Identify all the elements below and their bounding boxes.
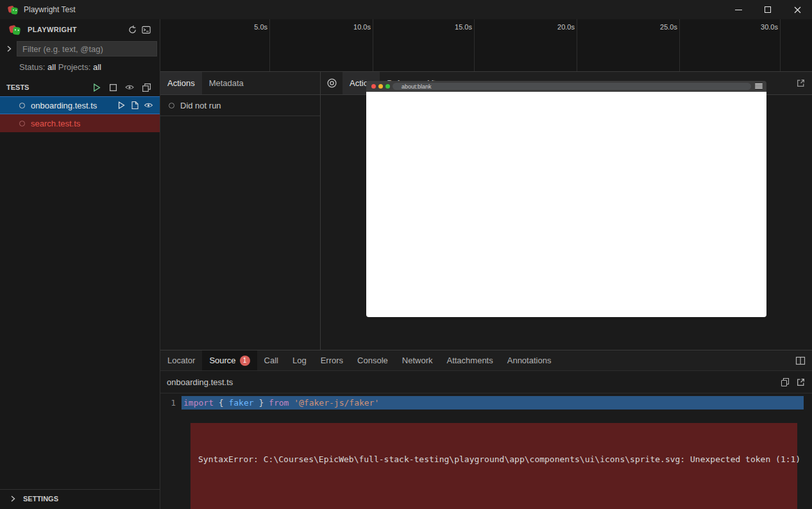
- pick-locator-button[interactable]: [321, 72, 343, 94]
- timeline-gridline: 5.0s: [269, 19, 270, 71]
- timeline-tick-label: 30.0s: [761, 23, 778, 31]
- watch-all-button[interactable]: [123, 80, 137, 94]
- settings-section[interactable]: SETTINGS: [0, 489, 160, 507]
- sidebar-title: PLAYWRIGHT: [28, 26, 125, 33]
- timeline-gridline: 15.0s: [474, 19, 475, 71]
- tab-label: Console: [357, 356, 388, 365]
- minimize-icon: [735, 10, 742, 10]
- test-status-icon: [19, 103, 25, 108]
- tab-console[interactable]: Console: [350, 350, 395, 370]
- eye-icon: [124, 83, 135, 92]
- tab-metadata[interactable]: Metadata: [202, 72, 251, 94]
- tab-network[interactable]: Network: [395, 350, 440, 370]
- page-url: about:blank: [402, 83, 432, 90]
- error-squiggle: [183, 411, 502, 418]
- copy-icon: [781, 377, 790, 387]
- tab-label: Log: [292, 356, 307, 365]
- tab-log[interactable]: Log: [285, 350, 314, 370]
- snapshot-panel: Action Before After: [321, 72, 812, 350]
- projects-label: Projects:: [58, 62, 91, 72]
- traffic-light-yellow-icon: [378, 84, 383, 89]
- tab-label: Source: [209, 356, 235, 365]
- chevron-right-icon[interactable]: [5, 45, 13, 53]
- chevron-right-icon: [9, 495, 17, 503]
- collapse-all-button[interactable]: [139, 80, 153, 94]
- tab-locator[interactable]: Locator: [160, 350, 202, 370]
- actions-panel: Actions Metadata Did not run: [160, 72, 321, 350]
- toggle-split-view-button[interactable]: [795, 356, 806, 365]
- line-number: 1: [160, 398, 182, 408]
- tab-errors[interactable]: Errors: [314, 350, 350, 370]
- source-viewer[interactable]: 1 import { faker } from '@faker-js/faker…: [160, 393, 812, 509]
- tab-label: Call: [264, 356, 278, 365]
- test-file-name: onboarding.test.ts: [31, 101, 117, 110]
- details-tabstrip: Locator Source 1 Call Log Errors Console…: [160, 350, 812, 371]
- show-terminal-button[interactable]: [139, 22, 153, 37]
- tab-label: Errors: [321, 356, 343, 365]
- open-source-external-button[interactable]: [796, 377, 806, 387]
- error-squiggle-row: [183, 410, 812, 418]
- sidebar: PLAYWRIGHT Status:: [0, 19, 160, 509]
- tab-call[interactable]: Call: [257, 350, 285, 370]
- run-test-button[interactable]: [117, 101, 126, 110]
- menu-icon: [755, 83, 763, 89]
- tab-label: Actions: [167, 78, 195, 88]
- timeline-gridline: 10.0s: [373, 19, 373, 71]
- maximize-button[interactable]: [753, 0, 782, 19]
- source-file-name: onboarding.test.ts: [167, 377, 233, 387]
- blank-line: [198, 488, 788, 500]
- page-snapshot: about:blank: [366, 81, 766, 317]
- address-bar: about:blank: [393, 83, 751, 90]
- minimize-button[interactable]: [723, 0, 753, 19]
- close-button[interactable]: [782, 0, 812, 19]
- reload-tests-button[interactable]: [125, 22, 139, 37]
- watch-test-button[interactable]: [144, 101, 153, 110]
- playwright-logo-icon: [8, 5, 19, 15]
- filter-row: [0, 40, 160, 58]
- open-snapshot-external-button[interactable]: [796, 78, 806, 88]
- timeline-gridline: 30.0s: [780, 19, 781, 71]
- run-all-button[interactable]: [89, 80, 103, 94]
- tab-label: Network: [402, 356, 433, 365]
- target-icon: [326, 78, 337, 89]
- stop-button[interactable]: [106, 80, 120, 94]
- tab-annotations[interactable]: Annotations: [500, 350, 559, 370]
- action-list-item-did-not-run[interactable]: Did not run: [160, 95, 320, 116]
- settings-title: SETTINGS: [23, 495, 58, 503]
- status-value: all: [47, 62, 56, 72]
- maximize-icon: [765, 6, 771, 13]
- status-label: Status:: [19, 62, 45, 72]
- middle-panels: Actions Metadata Did not run Action: [160, 72, 812, 350]
- timeline-gridline: 20.0s: [577, 19, 577, 71]
- timeline-tick-label: 15.0s: [455, 23, 472, 31]
- playwright-test-window: Playwright Test PLAYWRIGHT: [0, 0, 812, 509]
- test-file-search[interactable]: search.test.ts: [0, 114, 160, 132]
- tab-label: Metadata: [209, 78, 244, 88]
- file-icon: [130, 101, 139, 110]
- timeline-tick-label: 5.0s: [254, 23, 267, 31]
- sidebar-header: PLAYWRIGHT: [0, 19, 160, 40]
- status-circle-icon: [169, 103, 174, 108]
- error-count-badge: 1: [240, 356, 250, 366]
- open-test-source-button[interactable]: [130, 101, 139, 110]
- test-file-onboarding[interactable]: onboarding.test.ts: [0, 96, 160, 114]
- filter-input[interactable]: [17, 41, 157, 56]
- tab-actions[interactable]: Actions: [160, 72, 202, 94]
- external-link-icon: [796, 78, 806, 88]
- browser-chrome: about:blank: [366, 81, 766, 92]
- timeline-gridline: 25.0s: [679, 19, 680, 71]
- stop-icon: [109, 83, 117, 92]
- timeline[interactable]: 5.0s 10.0s 15.0s 20.0s 25.0s 30.0s: [160, 19, 812, 72]
- timeline-tick-label: 10.0s: [353, 23, 371, 31]
- copy-source-button[interactable]: [781, 377, 790, 387]
- tab-label: Attachments: [446, 356, 493, 365]
- tab-attachments[interactable]: Attachments: [439, 350, 500, 370]
- play-icon: [117, 101, 126, 110]
- close-icon: [794, 6, 801, 13]
- tests-title: TESTS: [6, 83, 89, 91]
- eye-icon: [144, 101, 153, 110]
- timeline-tick-label: 25.0s: [660, 23, 677, 31]
- tab-source[interactable]: Source 1: [202, 350, 257, 370]
- refresh-icon: [128, 25, 137, 35]
- titlebar: Playwright Test: [0, 0, 812, 19]
